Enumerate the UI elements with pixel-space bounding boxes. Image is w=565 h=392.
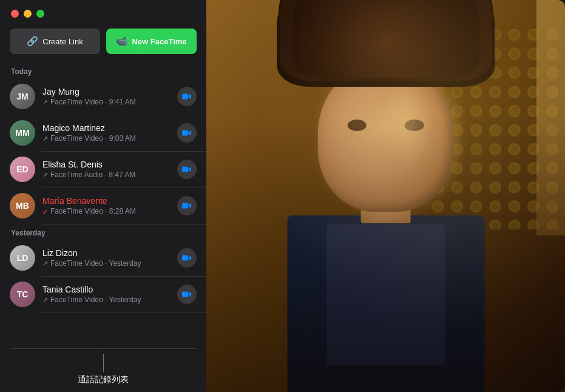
call-video-button[interactable] <box>177 87 197 106</box>
svg-rect-2 <box>182 167 188 172</box>
create-link-button[interactable]: 🔗 Create Link <box>10 29 100 54</box>
call-direction-icon: ↙ <box>42 208 48 215</box>
call-direction-icon: ↗ <box>42 98 48 106</box>
call-direction-icon: ↗ <box>42 135 48 143</box>
call-info: Tania Castillo↗FaceTime Video · Yesterda… <box>42 285 170 304</box>
window-light <box>536 0 565 235</box>
call-info: Magico Martinez↗FaceTime Video · 9:03 AM <box>42 123 170 143</box>
call-details: ↗FaceTime Video · 9:03 AM <box>42 134 170 143</box>
photo-canvas <box>206 0 565 392</box>
svg-rect-4 <box>182 255 188 261</box>
call-info: Elisha St. Denis↗FaceTime Audio · 8:47 A… <box>42 160 170 179</box>
minimize-button[interactable] <box>24 10 32 18</box>
avatar: TC <box>10 282 35 307</box>
svg-rect-3 <box>182 203 188 209</box>
call-item[interactable]: LDLiz Dizon↗FaceTime Video · Yesterday <box>0 240 206 276</box>
toolbar: 🔗 Create Link 📹 New FaceTime <box>0 24 206 63</box>
create-link-label: Create Link <box>42 37 83 46</box>
call-name: Magico Martinez <box>42 123 170 133</box>
call-type-time: FaceTime Video · 9:03 AM <box>50 134 136 143</box>
call-info: María Benavente↙FaceTime Video · 8:28 AM <box>42 196 170 215</box>
call-details: ↗FaceTime Video · 9:41 AM <box>42 98 170 106</box>
main-content <box>206 0 565 392</box>
call-video-button[interactable] <box>177 123 197 143</box>
avatar: JM <box>10 84 35 109</box>
traffic-lights <box>0 0 206 24</box>
call-type-time: FaceTime Video · Yesterday <box>50 259 141 268</box>
call-details: ↙FaceTime Video · 8:28 AM <box>42 207 170 215</box>
call-name: Liz Dizon <box>42 248 170 258</box>
call-details: ↗FaceTime Audio · 8:47 AM <box>42 171 170 179</box>
call-video-button[interactable] <box>177 160 197 179</box>
call-name: Jay Mung <box>42 87 170 96</box>
new-facetime-label: New FaceTime <box>132 37 186 46</box>
call-direction-icon: ↗ <box>42 171 48 179</box>
sidebar-divider <box>11 348 195 349</box>
app-window: 🔗 Create Link 📹 New FaceTime Today JMJay… <box>0 0 565 392</box>
link-icon: 🔗 <box>27 36 38 47</box>
call-video-button[interactable] <box>177 196 197 215</box>
call-details: ↗FaceTime Video · Yesterday <box>42 296 170 304</box>
call-details: ↗FaceTime Video · Yesterday <box>42 259 170 268</box>
call-direction-icon: ↗ <box>42 296 48 304</box>
avatar: MM <box>10 120 35 146</box>
call-video-button[interactable] <box>177 285 197 304</box>
person-torso <box>287 215 484 392</box>
call-item[interactable]: MMMagico Martinez↗FaceTime Video · 9:03 … <box>0 115 206 151</box>
today-section-label: Today <box>0 63 206 78</box>
call-info: Jay Mung↗FaceTime Video · 9:41 AM <box>42 87 170 106</box>
call-type-time: FaceTime Video · 9:41 AM <box>50 98 136 106</box>
avatar: MB <box>10 193 35 218</box>
svg-rect-5 <box>182 292 188 297</box>
video-icon: 📹 <box>116 36 127 47</box>
call-direction-icon: ↗ <box>42 260 48 268</box>
yesterday-section-label: Yesterday <box>0 224 206 240</box>
call-type-time: FaceTime Audio · 8:47 AM <box>50 171 135 179</box>
person-hair <box>293 0 479 78</box>
call-item[interactable]: EDElisha St. Denis↗FaceTime Audio · 8:47… <box>0 151 206 188</box>
call-type-time: FaceTime Video · 8:28 AM <box>50 207 136 215</box>
calls-list: Today JMJay Mung↗FaceTime Video · 9:41 A… <box>0 63 206 343</box>
call-name: Elisha St. Denis <box>42 160 170 169</box>
call-video-button[interactable] <box>177 248 197 268</box>
person-face <box>317 63 454 211</box>
avatar: ED <box>10 157 35 182</box>
annotation-text: 通話記錄列表 <box>78 374 129 385</box>
call-item[interactable]: JMJay Mung↗FaceTime Video · 9:41 AM <box>0 78 206 115</box>
call-info: Liz Dizon↗FaceTime Video · Yesterday <box>42 248 170 268</box>
new-facetime-button[interactable]: 📹 New FaceTime <box>106 29 197 54</box>
call-item[interactable]: TCTania Castillo↗FaceTime Video · Yester… <box>0 276 206 313</box>
avatar: LD <box>10 245 35 271</box>
today-calls-group: JMJay Mung↗FaceTime Video · 9:41 AMMMMag… <box>0 78 206 224</box>
close-button[interactable] <box>11 10 19 18</box>
maximize-button[interactable] <box>36 10 44 18</box>
svg-rect-0 <box>182 94 188 100</box>
call-type-time: FaceTime Video · Yesterday <box>50 296 141 304</box>
call-name: Tania Castillo <box>42 285 170 294</box>
photo-background <box>206 0 565 392</box>
annotation-line <box>103 354 104 372</box>
call-name: María Benavente <box>42 196 170 206</box>
call-item[interactable]: MBMaría Benavente↙FaceTime Video · 8:28 … <box>0 188 206 224</box>
svg-rect-1 <box>182 130 188 136</box>
yesterday-calls-group: LDLiz Dizon↗FaceTime Video · YesterdayTC… <box>0 240 206 313</box>
sidebar: 🔗 Create Link 📹 New FaceTime Today JMJay… <box>0 0 206 392</box>
